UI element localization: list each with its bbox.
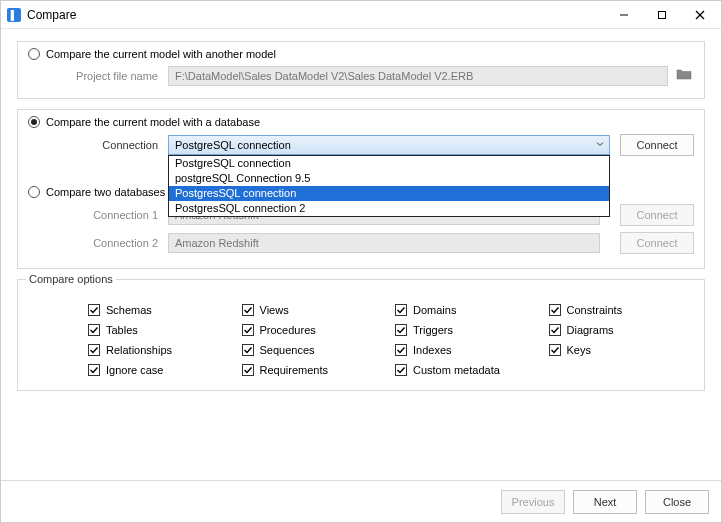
option-custom-metadata[interactable]: Custom metadata: [395, 364, 541, 376]
option-keys[interactable]: Keys: [549, 344, 695, 356]
option-diagrams[interactable]: Diagrams: [549, 324, 695, 336]
option-label: Constraints: [567, 304, 623, 316]
option-tables[interactable]: Tables: [88, 324, 234, 336]
connection2-field: Amazon Redshift: [168, 233, 600, 253]
connection2-label: Connection 2: [28, 237, 168, 249]
option-domains[interactable]: Domains: [395, 304, 541, 316]
window-title: Compare: [27, 8, 76, 22]
radio-compare-model[interactable]: [28, 48, 40, 60]
app-icon: ▌: [7, 8, 21, 22]
option-label: Relationships: [106, 344, 172, 356]
previous-button: Previous: [501, 490, 565, 514]
option-label: Triggers: [413, 324, 453, 336]
option-constraints[interactable]: Constraints: [549, 304, 695, 316]
option-label: Keys: [567, 344, 591, 356]
maximize-button[interactable]: [643, 2, 681, 28]
option-label: Domains: [413, 304, 456, 316]
checkbox-icon: [549, 304, 561, 316]
option-label: Sequences: [260, 344, 315, 356]
option-requirements[interactable]: Requirements: [242, 364, 388, 376]
project-file-value: F:\DataModel\Sales DataModel V2\Sales Da…: [175, 70, 473, 82]
option-schemas[interactable]: Schemas: [88, 304, 234, 316]
minimize-button[interactable]: [605, 2, 643, 28]
close-dialog-button[interactable]: Close: [645, 490, 709, 514]
option-label: Views: [260, 304, 289, 316]
radio-compare-two-databases-label: Compare two databases: [46, 186, 165, 198]
option-relationships[interactable]: Relationships: [88, 344, 234, 356]
checkbox-icon: [395, 324, 407, 336]
connect-button-1: Connect: [620, 204, 694, 226]
checkbox-icon: [395, 344, 407, 356]
connect-button-2: Connect: [620, 232, 694, 254]
option-label: Procedures: [260, 324, 316, 336]
svg-rect-1: [659, 11, 666, 18]
checkbox-icon: [88, 304, 100, 316]
radio-compare-database-label: Compare the current model with a databas…: [46, 116, 260, 128]
option-label: Custom metadata: [413, 364, 500, 376]
checkbox-icon: [242, 324, 254, 336]
radio-compare-two-databases[interactable]: [28, 186, 40, 198]
checkbox-icon: [395, 304, 407, 316]
titlebar: ▌ Compare: [1, 1, 721, 29]
connection2-value: Amazon Redshift: [175, 237, 259, 249]
checkbox-icon: [88, 324, 100, 336]
radio-compare-model-label: Compare the current model with another m…: [46, 48, 276, 60]
dropdown-item[interactable]: postgreSQL Connection 9.5: [169, 171, 609, 186]
compare-options-title: Compare options: [26, 273, 116, 285]
option-ignore-case[interactable]: Ignore case: [88, 364, 234, 376]
option-label: Tables: [106, 324, 138, 336]
checkbox-icon: [242, 344, 254, 356]
project-file-field: F:\DataModel\Sales DataModel V2\Sales Da…: [168, 66, 668, 86]
next-button[interactable]: Next: [573, 490, 637, 514]
option-procedures[interactable]: Procedures: [242, 324, 388, 336]
checkbox-icon: [88, 364, 100, 376]
radio-compare-database[interactable]: [28, 116, 40, 128]
option-label: Ignore case: [106, 364, 163, 376]
option-indexes[interactable]: Indexes: [395, 344, 541, 356]
chevron-down-icon: [595, 139, 605, 151]
checkbox-icon: [242, 304, 254, 316]
dropdown-item[interactable]: PostgresSQL connection 2: [169, 201, 609, 216]
close-button[interactable]: [681, 2, 719, 28]
checkbox-icon: [549, 344, 561, 356]
checkbox-icon: [395, 364, 407, 376]
dropdown-item[interactable]: PostgreSQL connection: [169, 156, 609, 171]
checkbox-icon: [88, 344, 100, 356]
checkbox-icon: [549, 324, 561, 336]
option-views[interactable]: Views: [242, 304, 388, 316]
project-file-label: Project file name: [28, 70, 168, 82]
connection-dropdown-list: PostgreSQL connection postgreSQL Connect…: [168, 155, 610, 217]
connection1-label: Connection 1: [28, 209, 168, 221]
section-compare-model: Compare the current model with another m…: [17, 41, 705, 99]
connect-button-db[interactable]: Connect: [620, 134, 694, 156]
option-label: Requirements: [260, 364, 328, 376]
connection-combo-value: PostgreSQL connection: [175, 139, 291, 151]
option-sequences[interactable]: Sequences: [242, 344, 388, 356]
option-triggers[interactable]: Triggers: [395, 324, 541, 336]
connection-combo[interactable]: PostgreSQL connection: [168, 135, 610, 155]
option-label: Diagrams: [567, 324, 614, 336]
section-compare-db-group: Compare the current model with a databas…: [17, 109, 705, 269]
connection-label: Connection: [28, 139, 168, 151]
checkbox-icon: [242, 364, 254, 376]
option-label: Indexes: [413, 344, 452, 356]
browse-folder-icon[interactable]: [676, 67, 694, 85]
option-label: Schemas: [106, 304, 152, 316]
section-compare-options: Compare options SchemasViewsDomainsConst…: [17, 279, 705, 391]
footer: Previous Next Close: [1, 480, 721, 522]
dropdown-item[interactable]: PostgresSQL connection: [169, 186, 609, 201]
